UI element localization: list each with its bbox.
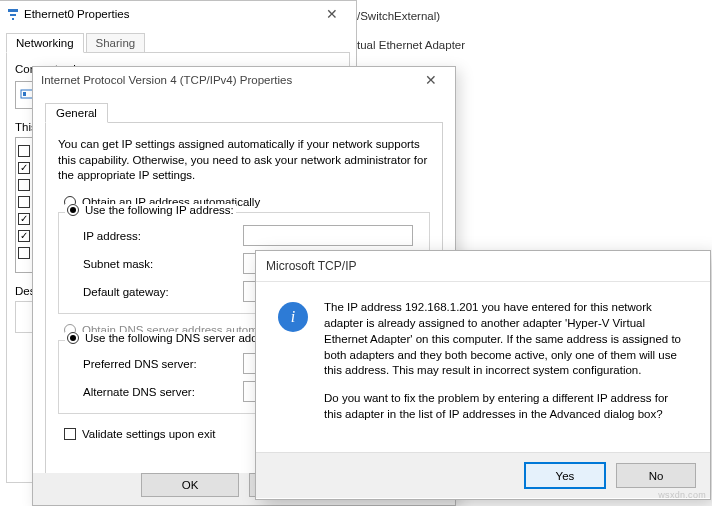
- checkbox-icon[interactable]: [64, 428, 76, 440]
- ipv4-tabs: General: [45, 99, 443, 123]
- ip-address-label: IP address:: [83, 230, 243, 242]
- close-icon[interactable]: ✕: [411, 67, 451, 93]
- checkbox-icon[interactable]: ✓: [18, 213, 30, 225]
- tcpip-alert-dialog: Microsoft TCP/IP i The IP address 192.16…: [255, 250, 711, 500]
- ipv4-help-text: You can get IP settings assigned automat…: [58, 137, 430, 184]
- close-icon[interactable]: ✕: [312, 1, 352, 27]
- ipv4-titlebar[interactable]: Internet Protocol Version 4 (TCP/IPv4) P…: [33, 67, 455, 93]
- validate-label: Validate settings upon exit: [82, 428, 215, 440]
- no-button[interactable]: No: [616, 463, 696, 488]
- subnet-label: Subnet mask:: [83, 258, 243, 270]
- alert-message: The IP address 192.168.1.201 you have en…: [324, 300, 688, 452]
- svg-rect-1: [23, 92, 26, 96]
- preferred-dns-label: Preferred DNS server:: [83, 358, 243, 370]
- checkbox-icon[interactable]: [18, 247, 30, 259]
- watermark: wsxdn.com: [658, 490, 706, 500]
- radio-label: Use the following IP address:: [85, 204, 234, 216]
- background-text: /SwitchExternal): [357, 10, 440, 22]
- alert-paragraph: The IP address 192.168.1.201 you have en…: [324, 300, 688, 379]
- checkbox-icon[interactable]: [18, 145, 30, 157]
- ethernet-tabs: Networking Sharing: [6, 29, 350, 53]
- network-adapter-icon: [6, 7, 20, 21]
- info-icon: i: [278, 302, 308, 332]
- alert-button-bar: Yes No: [256, 452, 710, 498]
- yes-button[interactable]: Yes: [524, 462, 606, 489]
- checkbox-icon[interactable]: [18, 196, 30, 208]
- gateway-label: Default gateway:: [83, 286, 243, 298]
- ethernet-titlebar[interactable]: Ethernet0 Properties ✕: [0, 1, 356, 27]
- radio-icon[interactable]: [67, 204, 79, 216]
- tab-networking[interactable]: Networking: [6, 33, 84, 53]
- ok-button[interactable]: OK: [141, 473, 239, 497]
- ip-address-input[interactable]: [243, 225, 413, 246]
- alternate-dns-label: Alternate DNS server:: [83, 386, 243, 398]
- checkbox-icon[interactable]: [18, 179, 30, 191]
- alert-title[interactable]: Microsoft TCP/IP: [256, 251, 710, 282]
- background-text: tual Ethernet Adapter: [357, 39, 465, 51]
- tab-general[interactable]: General: [45, 103, 108, 123]
- radio-use-ip[interactable]: Use the following IP address:: [67, 204, 234, 216]
- checkbox-icon[interactable]: ✓: [18, 162, 30, 174]
- checkbox-icon[interactable]: ✓: [18, 230, 30, 242]
- radio-icon[interactable]: [67, 332, 79, 344]
- tab-sharing[interactable]: Sharing: [86, 33, 146, 52]
- ipv4-window-title: Internet Protocol Version 4 (TCP/IPv4) P…: [41, 74, 292, 86]
- alert-paragraph: Do you want to fix the problem by enteri…: [324, 391, 688, 423]
- ethernet-window-title: Ethernet0 Properties: [24, 8, 129, 20]
